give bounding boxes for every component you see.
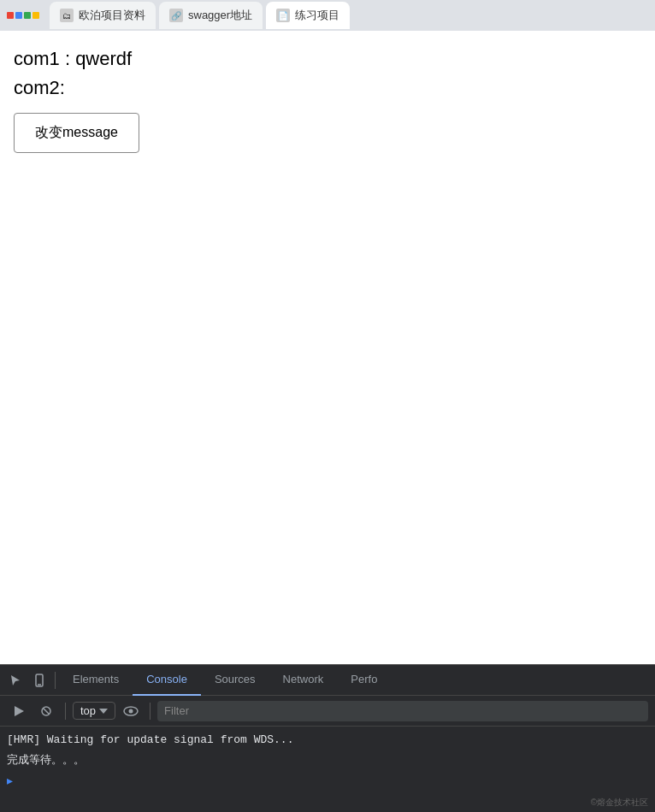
- devtools-toolbar-separator-2: [150, 703, 150, 720]
- tab-network[interactable]: Network: [269, 665, 338, 696]
- browser-tab-bar: 🗂 欧泊项目资料 🔗 swagger地址 📄 练习项目: [0, 0, 655, 31]
- change-message-button[interactable]: 改变message: [14, 113, 139, 153]
- com1-label: com1 : qwerdf: [14, 48, 641, 70]
- devtools-toolbar: top: [0, 696, 655, 727]
- console-output: [HMR] Waiting for update signal from WDS…: [0, 727, 655, 812]
- tab-favicon-swagger: 🔗: [169, 9, 183, 22]
- tab-performance[interactable]: Perfo: [337, 665, 391, 696]
- console-prompt[interactable]: ▸: [0, 770, 655, 791]
- watermark: ©熔金技术社区: [591, 797, 648, 809]
- tab-elements[interactable]: Elements: [59, 665, 133, 696]
- devtools-cursor-icon[interactable]: [3, 668, 27, 692]
- tab-favicon-opal: 🗂: [60, 9, 74, 22]
- devtools-separator-1: [55, 672, 56, 689]
- console-line-waiting: 完成等待。。。: [0, 750, 655, 771]
- devtools-toolbar-separator: [65, 703, 66, 720]
- tab-console[interactable]: Console: [133, 665, 201, 696]
- devtools-tabs: Elements Console Sources Network Perfo: [0, 665, 655, 696]
- main-content: com1 : qwerdf com2: 改变message: [0, 31, 655, 170]
- devtools-mobile-icon[interactable]: [27, 668, 51, 692]
- svg-point-6: [129, 709, 133, 713]
- empty-area: [0, 170, 655, 538]
- eye-icon[interactable]: [119, 699, 143, 723]
- tab-practice[interactable]: 📄 练习项目: [266, 2, 350, 29]
- com2-label: com2:: [14, 77, 641, 99]
- tab-opal[interactable]: 🗂 欧泊项目资料: [50, 2, 156, 29]
- console-run-icon[interactable]: [7, 699, 31, 723]
- context-selector[interactable]: top: [73, 702, 115, 720]
- prompt-arrow-icon: ▸: [7, 774, 13, 787]
- devtools-panel: Elements Console Sources Network Perfo: [0, 664, 655, 812]
- console-filter-input[interactable]: [157, 701, 648, 721]
- tab-favicon-practice: 📄: [276, 9, 290, 22]
- console-clear-icon[interactable]: [34, 699, 58, 723]
- apps-icon[interactable]: [7, 12, 39, 19]
- tab-swagger[interactable]: 🔗 swagger地址: [159, 2, 263, 29]
- tab-sources[interactable]: Sources: [201, 665, 269, 696]
- svg-marker-2: [15, 706, 24, 716]
- svg-line-4: [44, 708, 50, 714]
- console-line-hmr: [HMR] Waiting for update signal from WDS…: [0, 730, 655, 750]
